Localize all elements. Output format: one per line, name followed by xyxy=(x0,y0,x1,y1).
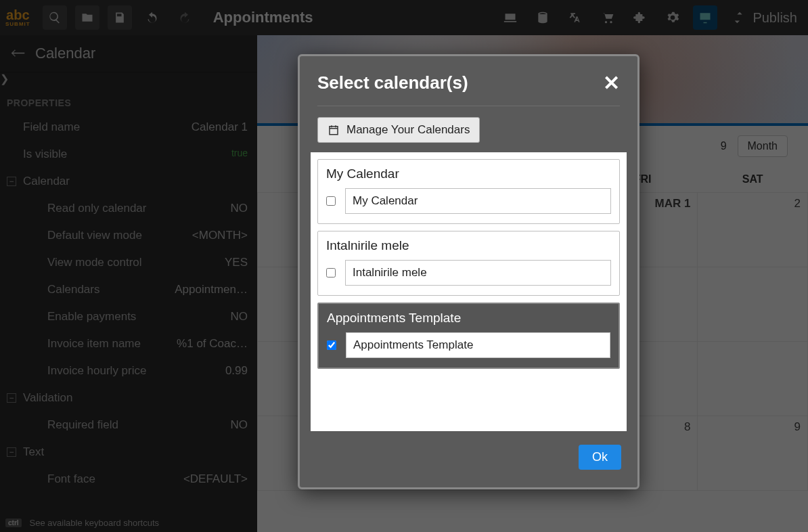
calendar-checkbox[interactable] xyxy=(326,196,336,206)
calendar-icon xyxy=(328,124,340,136)
calendar-card-appointments-template[interactable]: Appointments Template Appointments Templ… xyxy=(317,303,620,369)
manage-calendars-button[interactable]: Manage Your Calendars xyxy=(317,117,480,143)
calendar-card-intalnirile[interactable]: Intalnirile mele Intalnirile mele xyxy=(317,231,620,296)
ok-button[interactable]: Ok xyxy=(579,445,621,470)
close-icon[interactable]: ✕ xyxy=(603,73,620,93)
calendar-name-field[interactable]: Intalnirile mele xyxy=(345,260,611,286)
divider xyxy=(317,106,620,106)
modal-title: Select calendar(s) xyxy=(317,72,468,93)
manage-label: Manage Your Calendars xyxy=(346,123,470,137)
calendar-checkbox[interactable] xyxy=(327,340,336,350)
calendar-name-field[interactable]: Appointments Template xyxy=(346,332,610,358)
card-title: Intalnirile mele xyxy=(326,238,611,253)
calendar-checkbox[interactable] xyxy=(326,268,336,278)
card-title: My Calendar xyxy=(326,167,611,181)
calendar-card-my-calendar[interactable]: My Calendar My Calendar xyxy=(317,159,620,224)
calendar-name-field[interactable]: My Calendar xyxy=(345,188,611,214)
select-calendars-modal: Select calendar(s) ✕ Manage Your Calenda… xyxy=(298,54,639,489)
card-title: Appointments Template xyxy=(327,311,610,326)
calendar-list: My Calendar My Calendar Intalnirile mele… xyxy=(311,152,627,431)
